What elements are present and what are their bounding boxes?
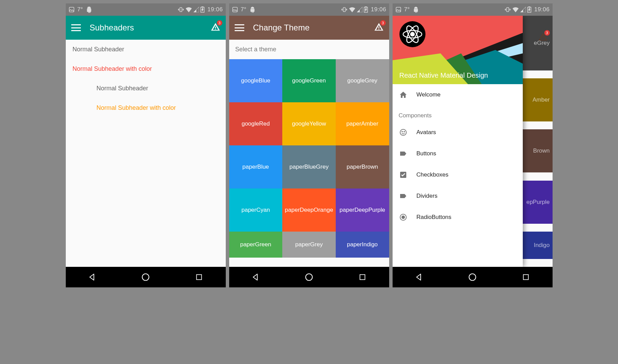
drawer-item-radiobuttons[interactable]: RadioButtons xyxy=(393,207,523,228)
status-bar: 7° 19:06 xyxy=(229,3,389,16)
image-icon xyxy=(395,6,401,13)
status-bar: 7° 19:06 xyxy=(393,3,553,16)
vibrate-icon xyxy=(341,6,347,13)
app-bar: Change Theme 3 xyxy=(229,16,389,40)
theme-googleGreen[interactable]: googleGreen xyxy=(282,59,336,102)
signal-icon xyxy=(357,7,362,12)
drawer-item-label: Buttons xyxy=(417,150,436,157)
theme-googleRed[interactable]: googleRed xyxy=(229,102,283,145)
drawer-item-avatars[interactable]: Avatars xyxy=(393,122,523,143)
theme-googleGrey[interactable]: googleGrey xyxy=(336,59,389,102)
svg-rect-13 xyxy=(507,8,509,12)
android-icon xyxy=(249,6,256,13)
svg-point-10 xyxy=(306,274,312,281)
badge: 3 xyxy=(217,20,222,26)
svg-rect-9 xyxy=(365,6,367,7)
image-icon xyxy=(69,6,75,13)
radio-icon xyxy=(399,213,408,222)
theme-paperDeepOrange[interactable]: paperDeepOrange xyxy=(282,188,336,232)
nav-recent[interactable] xyxy=(357,272,368,282)
svg-rect-1 xyxy=(180,8,182,12)
wifi-icon xyxy=(349,7,356,12)
warning-action[interactable]: 3 xyxy=(211,22,220,33)
drawer-item-buttons[interactable]: Buttons xyxy=(393,143,523,164)
subheader-item: Normal Subheader with color xyxy=(66,98,226,118)
nav-home[interactable] xyxy=(304,272,314,282)
label-icon xyxy=(399,192,408,200)
status-time: 19:06 xyxy=(207,6,223,13)
theme-googleYellow[interactable]: googleYellow xyxy=(282,102,336,145)
nav-recent[interactable] xyxy=(194,272,204,282)
svg-rect-12 xyxy=(396,7,401,12)
drawer-item-label: Dividers xyxy=(417,193,437,199)
menu-icon[interactable] xyxy=(71,24,81,31)
home-icon xyxy=(399,90,408,99)
drawer-item-checkboxes[interactable]: Checkboxes xyxy=(393,164,523,185)
status-temp: 7° xyxy=(77,6,83,13)
label-icon xyxy=(399,149,408,158)
nav-recent[interactable] xyxy=(521,272,531,282)
android-icon xyxy=(412,6,419,13)
subheader-item: Normal Subheader with color xyxy=(66,59,226,79)
menu-icon[interactable] xyxy=(235,24,244,31)
theme-googleBlue[interactable]: googleBlue xyxy=(229,59,283,102)
app-bar: Subheaders 3 xyxy=(66,16,226,40)
drawer-item-dividers[interactable]: Dividers xyxy=(393,185,523,207)
svg-point-32 xyxy=(469,274,476,281)
theme-paperBlueGrey[interactable]: paperBlueGrey xyxy=(282,145,336,188)
android-nav-bar xyxy=(229,267,389,287)
theme-paperGrey[interactable]: paperGrey xyxy=(282,232,336,258)
nav-back[interactable] xyxy=(250,272,261,282)
theme-paperIndigo[interactable]: paperIndigo xyxy=(336,232,389,258)
svg-point-26 xyxy=(400,129,406,135)
nav-home[interactable] xyxy=(467,272,478,282)
drawer-item-label: RadioButtons xyxy=(417,214,452,221)
signal-icon xyxy=(520,7,526,12)
drawer-item-welcome[interactable]: Welcome xyxy=(393,84,523,105)
subheader-item: Normal Subheader xyxy=(66,79,226,98)
battery-icon xyxy=(200,6,205,13)
drawer-header: React Native Material Design xyxy=(393,16,523,84)
drawer-section-components: Components xyxy=(393,105,523,122)
react-logo-icon xyxy=(399,21,425,47)
status-temp: 7° xyxy=(404,6,410,13)
svg-rect-6 xyxy=(233,7,237,12)
phone-screen-drawer: 7° 19:06 eGreyAmberBrownepPurpleIndigo 3 xyxy=(393,3,553,287)
subheader-item: Normal Subheader xyxy=(66,40,226,59)
drawer-header-title: React Native Material Design xyxy=(399,72,488,79)
nav-home[interactable] xyxy=(140,272,151,282)
android-nav-bar xyxy=(393,267,553,287)
android-nav-bar xyxy=(66,267,226,287)
battery-icon xyxy=(527,6,531,13)
svg-rect-3 xyxy=(202,6,203,7)
theme-paperBrown[interactable]: paperBrown xyxy=(336,145,389,188)
vibrate-icon xyxy=(505,6,511,13)
warning-action[interactable]: 3 xyxy=(538,32,548,43)
drawer-item-label: Avatars xyxy=(417,129,436,136)
drawer-item-label: Welcome xyxy=(417,91,441,98)
svg-rect-7 xyxy=(343,8,345,12)
checkbox-icon xyxy=(399,170,408,179)
signal-icon xyxy=(194,7,199,12)
status-time: 19:06 xyxy=(371,6,386,13)
theme-paperBlue[interactable]: paperBlue xyxy=(229,145,283,188)
navigation-drawer: React Native Material Design Welcome Com… xyxy=(393,16,523,267)
select-theme-label: Select a theme xyxy=(229,40,389,59)
nav-back[interactable] xyxy=(414,272,424,282)
svg-rect-11 xyxy=(360,275,365,280)
subheaders-content: Normal SubheaderNormal Subheader with co… xyxy=(66,40,226,267)
svg-point-22 xyxy=(410,32,414,36)
theme-paperGreen[interactable]: paperGreen xyxy=(229,232,283,258)
battery-icon xyxy=(364,6,368,13)
wifi-icon xyxy=(185,7,192,12)
theme-paperDeepPurple[interactable]: paperDeepPurple xyxy=(336,188,389,232)
warning-action[interactable]: 3 xyxy=(374,22,384,33)
nav-back[interactable] xyxy=(87,272,97,282)
svg-rect-15 xyxy=(529,6,530,7)
app-bar-title: Change Theme xyxy=(253,23,310,32)
theme-paperCyan[interactable]: paperCyan xyxy=(229,188,283,232)
svg-point-4 xyxy=(142,274,149,281)
android-icon xyxy=(86,6,92,13)
theme-paperAmber[interactable]: paperAmber xyxy=(336,102,389,145)
status-time: 19:06 xyxy=(534,6,549,13)
